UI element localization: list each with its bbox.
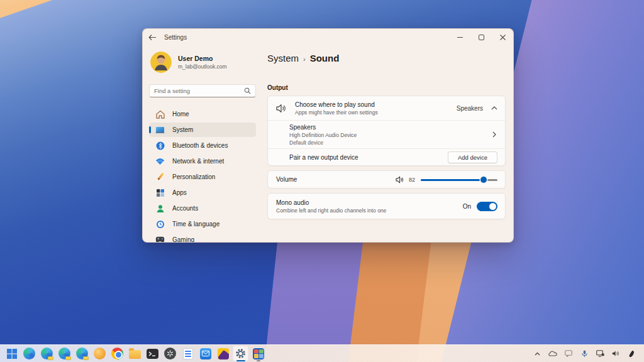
sidebar-item-gaming[interactable]: Gaming: [149, 233, 256, 243]
sidebar-item-network[interactable]: Network & internet: [149, 154, 256, 168]
choose-output-subtitle: Apps might have their own settings: [295, 109, 378, 116]
taskbar-app-browser-orange[interactable]: [92, 346, 108, 361]
sidebar-item-accounts[interactable]: Accounts: [149, 201, 256, 216]
taskbar-app-edge-dev[interactable]: [74, 346, 90, 361]
start-button[interactable]: [4, 346, 19, 361]
speakers-device-row[interactable]: Speakers High Definition Audio Device De…: [268, 120, 505, 148]
sidebar-item-label: Bluetooth & devices: [172, 142, 228, 149]
maximize-button[interactable]: [470, 29, 492, 45]
breadcrumb: System › Sound: [267, 53, 506, 63]
taskbar-app-terminal[interactable]: [145, 346, 160, 361]
device-description: High Definition Audio Device: [289, 132, 357, 138]
pair-device-row: Pair a new output device Add device: [268, 148, 505, 165]
microphone-icon[interactable]: [579, 349, 589, 359]
search-input[interactable]: [154, 87, 244, 94]
choose-output-row[interactable]: Choose where to play sound Apps might ha…: [268, 96, 505, 120]
file-explorer-icon: [129, 350, 141, 359]
taskbar-app-edge[interactable]: [21, 346, 37, 361]
taskbar-app-notes[interactable]: [180, 346, 196, 361]
sidebar-item-label: Home: [172, 111, 189, 118]
taskbar-app-edge-canary[interactable]: [39, 346, 55, 361]
active-indicator: [149, 126, 151, 133]
taskbar-app-photos[interactable]: [215, 346, 231, 361]
chevron-right-icon: [492, 131, 496, 138]
mono-audio-state: On: [463, 203, 471, 210]
taskbar-app-store[interactable]: [250, 346, 266, 361]
main-pane: System › Sound Output Choose where to pl…: [262, 45, 513, 242]
sidebar-item-time-language[interactable]: Time & language: [149, 217, 256, 231]
choose-output-title: Choose where to play sound: [295, 101, 378, 108]
avatar: [150, 52, 172, 73]
volume-slider-thumb[interactable]: [480, 177, 487, 183]
system-tray: [532, 349, 640, 359]
photos-icon: [218, 348, 229, 359]
device-name: Speakers: [289, 124, 357, 131]
desktop: Settings: [0, 0, 644, 362]
sidebar-item-system[interactable]: System: [149, 123, 256, 137]
windows-logo-icon: [7, 349, 17, 359]
titlebar: Settings: [143, 29, 513, 45]
back-button[interactable]: [143, 29, 162, 45]
sidebar-item-label: Time & language: [172, 221, 219, 228]
volume-speaker-icon[interactable]: [396, 176, 404, 184]
open-app-indicator: [257, 360, 260, 362]
sidebar-item-label: Gaming: [172, 236, 194, 243]
mono-audio-toggle[interactable]: [477, 202, 497, 211]
breadcrumb-system[interactable]: System: [267, 53, 299, 63]
chevron-up-icon[interactable]: [491, 106, 497, 110]
chat-icon[interactable]: [564, 349, 574, 359]
open-app-indicator: [236, 360, 245, 362]
sidebar-nav: Home System Bluetooth & devices: [149, 107, 256, 243]
close-button[interactable]: [492, 29, 513, 45]
pair-device-label: Pair a new output device: [289, 154, 358, 161]
sidebar-item-apps[interactable]: Apps: [149, 185, 256, 200]
user-email: m_lab@outlook.com: [178, 63, 227, 70]
apps-icon: [155, 188, 165, 197]
sidebar-item-personalization[interactable]: Personalization: [149, 170, 256, 184]
taskbar-app-edge-beta[interactable]: [57, 346, 72, 361]
volume-label: Volume: [276, 176, 297, 183]
personalization-icon: [155, 172, 165, 182]
breadcrumb-separator: ›: [303, 55, 306, 63]
window-title: Settings: [164, 34, 187, 41]
notes-icon: [183, 348, 193, 359]
selected-output-value: Speakers: [457, 105, 483, 112]
pen-icon[interactable]: [626, 349, 636, 359]
sidebar-item-home[interactable]: Home: [149, 107, 256, 121]
sidebar-item-label: Apps: [172, 189, 187, 196]
taskbar-app-mail[interactable]: [197, 346, 213, 361]
minimize-button[interactable]: [449, 29, 470, 45]
orange-browser-icon: [94, 348, 106, 359]
taskbar-app-chatgpt[interactable]: [162, 346, 178, 361]
volume-slider[interactable]: [421, 176, 497, 184]
network-icon[interactable]: [595, 349, 605, 359]
page-title: Sound: [310, 53, 340, 63]
mono-audio-title: Mono audio: [276, 199, 386, 206]
volume-slider-fill: [421, 179, 484, 181]
taskbar-app-chrome[interactable]: [109, 346, 125, 361]
taskbar: [0, 344, 644, 362]
onedrive-cloud-icon[interactable]: [548, 349, 558, 359]
mono-audio-card: Mono audio Combine left and right audio …: [267, 193, 506, 219]
network-icon: [155, 156, 165, 166]
chrome-icon: [111, 348, 123, 359]
settings-gear-icon: [235, 348, 246, 359]
mono-audio-subtitle: Combine left and right audio channels in…: [276, 207, 386, 214]
search-box[interactable]: [149, 84, 256, 97]
account-block[interactable]: User Demo m_lab@outlook.com: [149, 49, 256, 75]
taskbar-app-file-explorer[interactable]: [127, 346, 143, 361]
taskbar-app-settings[interactable]: [233, 346, 248, 361]
accounts-icon: [155, 204, 165, 213]
add-device-button[interactable]: Add device: [448, 151, 497, 163]
volume-tray-icon[interactable]: [611, 349, 621, 359]
maximize-icon: [479, 35, 484, 40]
sidebar-item-bluetooth[interactable]: Bluetooth & devices: [149, 138, 256, 153]
sidebar: User Demo m_lab@outlook.com Home: [143, 45, 262, 242]
back-arrow-icon: [149, 35, 156, 40]
speaker-icon: [276, 104, 287, 113]
bluetooth-icon: [155, 141, 165, 150]
edge-icon: [23, 348, 35, 359]
edge-dev-icon: [76, 348, 88, 359]
tray-chevron-up-icon[interactable]: [532, 349, 542, 359]
sidebar-item-label: Accounts: [172, 205, 198, 212]
